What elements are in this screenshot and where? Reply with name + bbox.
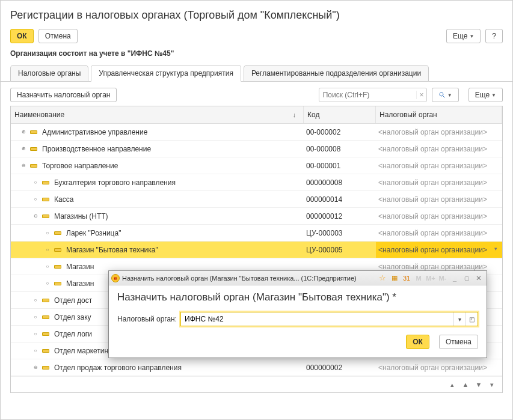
row-code: ЦУ-000005 <box>304 242 376 258</box>
scroll-top-icon[interactable]: ▴ <box>447 379 458 390</box>
table-row[interactable]: ⊕Административное управление00-000002<на… <box>11 124 502 141</box>
assign-tax-dialog: e Назначить налоговый орган (Магазин "Бы… <box>108 270 487 358</box>
dialog-ok-button[interactable]: ОК <box>406 335 429 349</box>
assign-tax-button[interactable]: Назначить налоговый орган <box>10 88 117 102</box>
svg-point-0 <box>440 93 443 96</box>
column-code[interactable]: Код <box>304 106 376 123</box>
row-label: Отдел заку <box>54 313 91 321</box>
column-name-label: Наименование <box>14 111 64 119</box>
row-code: 00-000001 <box>304 158 376 174</box>
chevron-down-icon: ▼ <box>491 93 496 98</box>
row-tax: <налоговый орган организации> <box>376 175 502 190</box>
row-label: Магазин <box>66 263 94 271</box>
tab-more-button[interactable]: Еще ▼ <box>468 88 503 102</box>
tab-tax-authorities[interactable]: Налоговые органы <box>10 65 88 82</box>
combo-dropdown-icon[interactable]: ▾ <box>453 312 465 326</box>
tree-expander-icon[interactable]: ○ <box>31 313 40 321</box>
favorite-icon[interactable]: ☆ <box>377 273 388 284</box>
m-plus-icon[interactable]: M+ <box>425 273 436 284</box>
table-row[interactable]: ○Магазин "Бытовая техника"ЦУ-000005<нало… <box>11 242 502 258</box>
maximize-icon[interactable]: ▢ <box>461 273 472 284</box>
search-dropdown-button[interactable]: ▼ <box>432 88 459 102</box>
tree-expander-icon[interactable]: ○ <box>31 195 40 204</box>
tab-regulated-departments[interactable]: Регламентированные подразделения организ… <box>244 65 429 82</box>
tree-expander-icon[interactable]: ○ <box>43 229 52 237</box>
tree-expander-icon[interactable]: ○ <box>31 296 40 305</box>
m-icon[interactable]: M <box>413 273 424 284</box>
table-footer-nav: ▴ ▲ ▼ ▾ <box>11 376 502 392</box>
tree-expander-icon[interactable]: ⊕ <box>19 145 28 153</box>
help-button[interactable]: ? <box>485 29 503 43</box>
tree-expander-icon[interactable]: ○ <box>43 263 52 271</box>
scroll-down-icon[interactable]: ▼ <box>473 379 484 390</box>
folder-icon <box>42 198 49 201</box>
folder-icon <box>42 299 49 302</box>
tree-expander-icon[interactable]: ⊖ <box>31 364 40 372</box>
tree-expander-icon[interactable]: ○ <box>43 279 52 288</box>
page-title: Регистрации в налоговых органах (Торговы… <box>1 1 512 28</box>
search-clear-icon[interactable]: × <box>416 91 426 99</box>
calendar-icon[interactable]: 31 <box>401 273 412 284</box>
row-label: Отдел маркетинга <box>54 347 115 355</box>
row-label: Административное управление <box>42 128 147 136</box>
calculator-icon[interactable]: ▦ <box>389 273 400 284</box>
column-tax[interactable]: Налоговый орган <box>376 106 502 123</box>
tree-expander-icon[interactable]: ⊖ <box>19 162 28 170</box>
row-tax[interactable]: <налоговый орган организации> <box>376 242 502 258</box>
row-code: 000000012 <box>304 208 376 224</box>
table-row[interactable]: ⊖Магазины (НТТ)000000012<налоговый орган… <box>11 208 502 225</box>
folder-icon <box>42 366 49 370</box>
m-minus-icon[interactable]: M- <box>437 273 448 284</box>
folder-icon <box>54 282 61 285</box>
folder-icon <box>30 164 37 168</box>
tree-expander-icon[interactable]: ⊖ <box>31 212 40 221</box>
dialog-cancel-button[interactable]: Отмена <box>439 335 478 349</box>
ok-button[interactable]: ОК <box>10 29 34 43</box>
row-tax: <налоговый орган организации> <box>376 225 502 241</box>
tree-expander-icon[interactable]: ○ <box>31 330 40 338</box>
column-name[interactable]: Наименование ↓ <box>11 106 304 123</box>
table-row[interactable]: ⊖Отдел продаж торгового направления00000… <box>11 359 502 376</box>
dialog-titlebar[interactable]: e Назначить налоговый орган (Магазин "Бы… <box>109 271 487 285</box>
tax-combo-input[interactable] <box>181 312 453 326</box>
tree-expander-icon[interactable]: ○ <box>31 178 40 187</box>
folder-icon <box>54 265 61 269</box>
scroll-up-icon[interactable]: ▲ <box>460 379 471 390</box>
table-header: Наименование ↓ Код Налоговый орган <box>11 106 502 124</box>
tax-field-label: Налоговый орган: <box>117 315 177 323</box>
dialog-heading: Назначить налоговый орган (Магазин "Быто… <box>117 291 478 303</box>
table-row[interactable]: ⊕Производственное направление00-000008<н… <box>11 141 502 157</box>
cancel-button[interactable]: Отмена <box>38 29 78 43</box>
folder-icon <box>42 332 49 336</box>
row-label: Отдел логи <box>54 330 92 338</box>
tax-combo[interactable]: ▾ ◰ <box>180 312 478 326</box>
folder-icon <box>54 231 61 235</box>
table-row[interactable]: ○Бухгалтерия торгового направления000000… <box>11 174 502 191</box>
row-label: Торговое направление <box>42 162 118 170</box>
tab-management-structure[interactable]: Управленческая структура предприятия <box>91 65 241 82</box>
svg-line-1 <box>443 96 444 98</box>
chevron-down-icon: ▼ <box>469 34 474 39</box>
table-row[interactable]: ○Касса000000014<налоговый орган организа… <box>11 191 502 208</box>
table-row[interactable]: ⊖Торговое направление00-000001<налоговый… <box>11 157 502 174</box>
dialog-title-text: Назначить налоговый орган (Магазин "Быто… <box>122 275 376 282</box>
folder-icon <box>30 130 37 134</box>
table-row[interactable]: ○Ларек "Розница"ЦУ-000003<налоговый орга… <box>11 225 502 242</box>
row-tax: <налоговый орган организации> <box>376 124 502 140</box>
scroll-bottom-icon[interactable]: ▾ <box>487 379 497 390</box>
tree-expander-icon[interactable]: ○ <box>31 347 40 355</box>
row-label: Бухгалтерия торгового направления <box>54 178 176 187</box>
tree-expander-icon[interactable]: ⊕ <box>19 128 28 136</box>
tab-toolbar: Назначить налоговый орган × ▼ Еще ▼ <box>10 88 503 102</box>
row-code: 00-000002 <box>304 124 376 140</box>
combo-open-icon[interactable]: ◰ <box>465 312 478 326</box>
search-input[interactable] <box>319 88 417 102</box>
minimize-icon[interactable]: _ <box>449 273 460 284</box>
tab-more-label: Еще <box>475 91 490 99</box>
close-icon[interactable]: ✕ <box>473 273 484 284</box>
tree-expander-icon[interactable]: ○ <box>43 246 52 254</box>
row-label: Магазины (НТТ) <box>54 212 108 221</box>
row-tax: <налоговый орган организации> <box>376 141 502 157</box>
row-label: Магазин <box>66 279 94 288</box>
more-button[interactable]: Еще ▼ <box>446 29 481 43</box>
